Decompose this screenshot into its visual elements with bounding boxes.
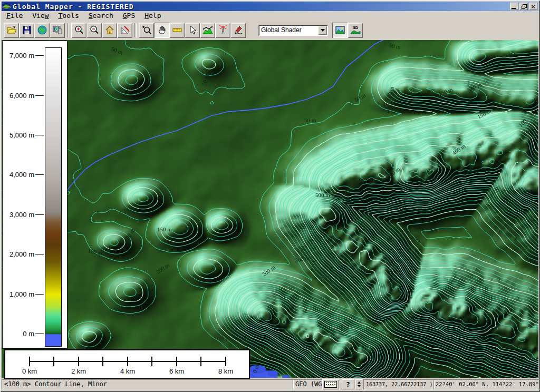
path-profile-tool-button[interactable] — [200, 23, 215, 38]
legend-label: 1,000 m — [9, 290, 34, 298]
zoom-out-button[interactable] — [86, 23, 102, 38]
scale-bar: 0 km 2 km 4 km 6 km 8 km — [4, 349, 250, 379]
menu-file[interactable]: File — [2, 12, 27, 20]
world-data-button[interactable] — [34, 23, 50, 38]
legend-tick — [35, 294, 44, 295]
window-title: Global Mapper - REGISTERED — [13, 3, 509, 11]
title-bar: Global Mapper - REGISTERED × — [2, 2, 538, 11]
status-position: 22?40' 02.00" N, 114?22' 17.89" E — [433, 379, 540, 389]
view-shed-tool-button[interactable] — [215, 23, 230, 38]
show-images-button[interactable] — [332, 23, 348, 38]
legend-tick — [35, 174, 44, 175]
configuration-button[interactable] — [117, 23, 132, 38]
keyboard-button[interactable] — [322, 379, 339, 389]
zoom-tool-button[interactable] — [139, 23, 154, 38]
legend-tick — [35, 55, 44, 56]
zoom-tool-icon — [141, 25, 152, 35]
help-button[interactable]: ? — [342, 379, 354, 389]
ruler-icon — [172, 25, 182, 35]
open-file-icon — [6, 25, 17, 35]
open-file-button[interactable] — [4, 23, 19, 38]
elevation-gradient — [45, 47, 62, 347]
chevron-down-icon — [321, 29, 325, 32]
overlay-control-center-button[interactable] — [50, 23, 65, 38]
map-canvas[interactable] — [2, 40, 538, 378]
legend-tick — [35, 254, 44, 254]
legend-tick — [35, 95, 44, 96]
status-coordinate: 163737, 22.66722137 ) — [363, 379, 435, 389]
pencil-icon — [233, 25, 244, 35]
app-icon — [3, 3, 11, 11]
menu-help[interactable]: Help — [140, 12, 166, 20]
legend-label: 0 m — [23, 330, 34, 338]
legend-label: 3,000 m — [9, 211, 34, 219]
antenna-icon — [218, 25, 228, 35]
scale-label: 6 km — [163, 367, 190, 375]
shader-dropdown-value: Global Shader — [258, 26, 318, 34]
restore-button[interactable] — [519, 3, 528, 10]
menu-search[interactable]: Search — [84, 12, 118, 20]
menu-gps[interactable]: GPS — [118, 12, 140, 20]
save-button[interactable] — [19, 23, 34, 38]
svg-text:3D: 3D — [353, 25, 358, 30]
shader-dropdown-button[interactable] — [318, 26, 327, 35]
zoom-out-icon — [89, 25, 100, 35]
3d-view-icon: 3D — [350, 24, 361, 36]
globe-icon — [37, 25, 47, 35]
elevation-legend: 7,000 m 6,000 m 5,000 m 4,000 m 3,000 m … — [2, 41, 68, 349]
monitor-globe-icon — [52, 25, 63, 35]
picture-icon — [335, 25, 345, 35]
spinner-control[interactable] — [355, 379, 362, 389]
scale-label: 2 km — [65, 367, 92, 375]
scale-label: 4 km — [114, 367, 141, 375]
shader-dropdown[interactable]: Global Shader — [258, 25, 328, 36]
restore-icon — [522, 4, 526, 9]
legend-label: 7,000 m — [9, 52, 34, 60]
minimize-button[interactable] — [510, 3, 518, 10]
legend-label: 6,000 m — [9, 92, 34, 100]
menu-bar: File View Tools Search GPS Help — [2, 11, 538, 20]
legend-tick — [35, 334, 44, 334]
pan-tool-button[interactable] — [154, 23, 169, 38]
keyboard-icon — [324, 381, 337, 388]
zoom-in-button[interactable] — [71, 23, 86, 38]
status-bar: <100 m> Contour Line, Minor GEO (WGS84 ?… — [2, 379, 538, 390]
digitizer-tool-button[interactable] — [230, 23, 246, 38]
legend-label: 2,000 m — [9, 250, 34, 258]
menu-view[interactable]: View — [27, 12, 53, 20]
full-view-button[interactable] — [102, 23, 117, 38]
minimize-icon — [512, 8, 516, 9]
cursor-arrow-icon — [187, 25, 198, 35]
hand-icon — [157, 25, 167, 35]
legend-label: 4,000 m — [9, 171, 34, 179]
measure-tool-button[interactable] — [169, 23, 185, 38]
3d-view-button[interactable]: 3D — [348, 23, 363, 38]
home-icon — [104, 25, 115, 35]
zoom-in-icon — [74, 25, 84, 35]
save-icon — [22, 25, 32, 35]
select-tool-button[interactable] — [185, 23, 200, 38]
toolbar-separator — [67, 23, 69, 37]
close-icon: × — [531, 3, 535, 10]
toolbar-separator — [134, 23, 137, 37]
application-window: Global Mapper - REGISTERED × File View T… — [0, 0, 540, 392]
spinner-down-icon[interactable] — [358, 385, 361, 387]
legend-tick — [35, 214, 44, 215]
status-projection: GEO (WGS84 — [293, 379, 324, 389]
menu-tools[interactable]: Tools — [54, 12, 84, 20]
legend-tick — [35, 135, 44, 135]
status-feature-text: <100 m> Contour Line, Minor — [2, 379, 294, 389]
scale-label: 0 km — [16, 367, 43, 375]
ruler-pencil-icon — [120, 25, 130, 35]
scale-label: 8 km — [212, 367, 239, 375]
close-button[interactable]: × — [529, 3, 537, 10]
legend-label: 5,000 m — [9, 131, 34, 139]
path-profile-icon — [202, 25, 213, 35]
toolbar: Global Shader 3D — [2, 20, 538, 40]
spinner-up-icon[interactable] — [358, 381, 361, 384]
